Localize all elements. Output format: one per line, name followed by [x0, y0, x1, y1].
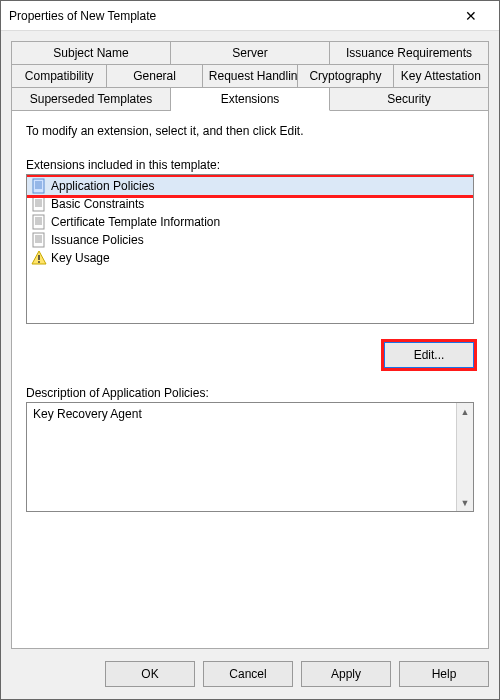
tab-server[interactable]: Server	[171, 41, 330, 65]
scrollbar[interactable]: ▲ ▼	[456, 403, 473, 511]
dialog-body: Subject Name Server Issuance Requirement…	[1, 31, 499, 649]
window-title: Properties of New Template	[9, 9, 451, 23]
apply-button[interactable]: Apply	[301, 661, 391, 687]
extension-item-issuance-policies[interactable]: Issuance Policies	[27, 231, 473, 249]
instruction-text: To modify an extension, select it, and t…	[26, 124, 474, 138]
dialog-footer: OK Cancel Apply Help	[1, 649, 499, 699]
tab-request-handling[interactable]: Request Handling	[203, 65, 298, 88]
tab-issuance-requirements[interactable]: Issuance Requirements	[330, 41, 489, 65]
tab-extensions[interactable]: Extensions	[171, 88, 330, 111]
scroll-up-icon[interactable]: ▲	[457, 403, 474, 420]
tab-cryptography[interactable]: Cryptography	[298, 65, 393, 88]
extension-item-application-policies[interactable]: Application Policies	[27, 177, 473, 195]
titlebar: Properties of New Template ✕	[1, 1, 499, 31]
description-box: Key Recovery Agent ▲ ▼	[26, 402, 474, 512]
cancel-button[interactable]: Cancel	[203, 661, 293, 687]
extension-item-label: Application Policies	[51, 178, 154, 194]
dialog-window: Properties of New Template ✕ Subject Nam…	[0, 0, 500, 700]
warning-icon	[31, 250, 47, 266]
extension-item-label: Issuance Policies	[51, 232, 144, 248]
tab-panel-extensions: To modify an extension, select it, and t…	[11, 110, 489, 649]
extension-item-key-usage[interactable]: Key Usage	[27, 249, 473, 267]
ok-button[interactable]: OK	[105, 661, 195, 687]
tab-general[interactable]: General	[107, 65, 202, 88]
help-button[interactable]: Help	[399, 661, 489, 687]
document-icon	[31, 196, 47, 212]
tab-strip: Subject Name Server Issuance Requirement…	[11, 41, 489, 111]
extension-item-label: Certificate Template Information	[51, 214, 220, 230]
tab-key-attestation[interactable]: Key Attestation	[394, 65, 489, 88]
document-icon	[31, 214, 47, 230]
tab-security[interactable]: Security	[330, 88, 489, 111]
tab-superseded-templates[interactable]: Superseded Templates	[11, 88, 171, 111]
extension-item-label: Basic Constraints	[51, 196, 144, 212]
document-icon	[31, 232, 47, 248]
description-label: Description of Application Policies:	[26, 386, 474, 400]
close-icon[interactable]: ✕	[451, 1, 491, 31]
extension-item-basic-constraints[interactable]: Basic Constraints	[27, 195, 473, 213]
extensions-listbox[interactable]: Application Policies Basic Constraints C…	[26, 174, 474, 324]
tab-compatibility[interactable]: Compatibility	[11, 65, 107, 88]
description-text: Key Recovery Agent	[33, 407, 455, 421]
svg-point-22	[38, 261, 40, 263]
extensions-list-label: Extensions included in this template:	[26, 158, 474, 172]
extension-item-label: Key Usage	[51, 250, 110, 266]
edit-button[interactable]: Edit...	[384, 342, 474, 368]
scroll-down-icon[interactable]: ▼	[457, 494, 474, 511]
tab-subject-name[interactable]: Subject Name	[11, 41, 171, 65]
document-icon	[31, 178, 47, 194]
extension-item-certificate-template-info[interactable]: Certificate Template Information	[27, 213, 473, 231]
